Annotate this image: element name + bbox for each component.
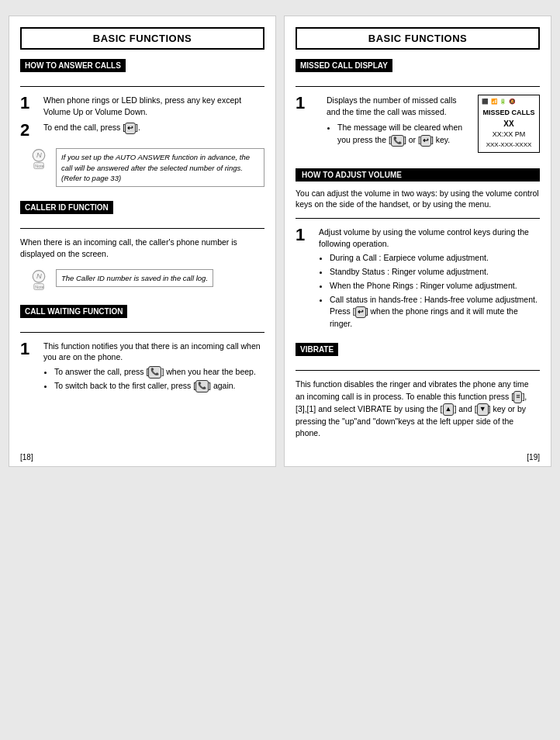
vibrate-header: VIBRATE bbox=[296, 343, 338, 356]
display-number: XXX-XXX-XXXX bbox=[482, 140, 536, 150]
section-how-to-answer: HOW TO ANSWER CALLS 1 When phone rings o… bbox=[20, 59, 264, 190]
adjust-volume-content: Adjust volume by using the volume contro… bbox=[319, 226, 540, 332]
adjust-volume-step-text: Adjust volume by using the volume contro… bbox=[319, 226, 540, 249]
note-icon-answer: N Note bbox=[28, 148, 50, 170]
call-waiting-header: CALL WAITING FUNCTION bbox=[20, 305, 127, 318]
right-page-title: BASIC FUNCTIONS bbox=[296, 27, 540, 50]
step-1-row: 1 When phone rings or LED blinks, press … bbox=[20, 95, 264, 117]
step-1-num: 1 bbox=[20, 95, 37, 112]
missed-step-num: 1 bbox=[296, 95, 313, 112]
adjust-volume-header: HOW TO ADJUST VOLUME bbox=[296, 168, 540, 182]
phone-display: ⬛ 📶 🔋 🔕 MISSED CALLS XX XX:XX PM XXX-XXX… bbox=[478, 95, 540, 153]
display-time: XX:XX PM bbox=[482, 130, 536, 140]
caller-id-header: CALLER ID FUNCTION bbox=[20, 201, 113, 214]
vibrate-menu-icon: ≡ bbox=[513, 391, 522, 403]
answer-note-text: If you set up the AUTO ANSWER function i… bbox=[56, 148, 264, 187]
answer-call-icon: 📞 bbox=[148, 366, 161, 379]
step-1-text: When phone rings or LED blinks, press an… bbox=[43, 95, 264, 117]
clear-msg-icon1: 📞 bbox=[391, 135, 404, 147]
svg-text:N: N bbox=[36, 152, 42, 160]
caller-id-note-text: The Caller ID number is saved in the cal… bbox=[56, 269, 213, 287]
end-call-icon: ↩ bbox=[125, 123, 136, 134]
missed-call-step-text: Displays the number of missed calls and … bbox=[327, 95, 470, 117]
adjust-volume-step-row: 1 Adjust volume by using the volume cont… bbox=[296, 226, 540, 332]
missed-call-header: MISSED CALL DISPLAY bbox=[296, 59, 392, 72]
call-waiting-step-num: 1 bbox=[20, 341, 37, 358]
vibrate-down-icon: ▼ bbox=[477, 403, 489, 416]
adjust-volume-bullets: During a Call : Earpiece volume adjustme… bbox=[330, 252, 540, 330]
how-to-answer-header: HOW TO ANSWER CALLS bbox=[20, 59, 126, 72]
vibrate-text: This function disables the ringer and vi… bbox=[296, 379, 540, 440]
right-page: BASIC FUNCTIONS MISSED CALL DISPLAY 1 Di… bbox=[284, 16, 551, 467]
display-count: XX bbox=[482, 118, 536, 130]
missed-call-bullets: The message will be cleared when you pre… bbox=[337, 122, 470, 147]
pages-container: BASIC FUNCTIONS HOW TO ANSWER CALLS 1 Wh… bbox=[9, 16, 551, 467]
section-caller-id: CALLER ID FUNCTION When there is an inco… bbox=[20, 201, 264, 293]
right-page-footer: [19] bbox=[527, 453, 540, 462]
switch-call-icon: 📞 bbox=[195, 380, 209, 392]
answer-note-box: N Note If you set up the AUTO ANSWER fun… bbox=[28, 145, 264, 190]
missed-call-step: 1 Displays the number of missed calls an… bbox=[296, 95, 540, 157]
vibrate-up-icon: ▲ bbox=[443, 403, 455, 416]
note-icon-caller: N Note bbox=[28, 269, 50, 291]
display-top-icons: ⬛ 📶 🔋 🔕 bbox=[482, 98, 536, 106]
section-adjust-volume: HOW TO ADJUST VOLUME You can adjust the … bbox=[296, 168, 540, 332]
call-waiting-step-text: This function notifies you that there is… bbox=[43, 341, 264, 363]
step-2-text: To end the call, press [↩]. bbox=[43, 122, 264, 134]
caller-id-note-box: N Note The Caller ID number is saved in … bbox=[28, 266, 264, 294]
left-page-title: BASIC FUNCTIONS bbox=[20, 27, 264, 50]
volume-bullet-3: When the Phone Rings : Ringer volume adj… bbox=[330, 280, 540, 292]
caller-id-body: When there is an incoming call, the call… bbox=[20, 237, 264, 259]
missed-call-body: Displays the number of missed calls and … bbox=[327, 95, 470, 148]
display-missed-label: MISSED CALLS bbox=[482, 108, 536, 119]
left-page-footer: [18] bbox=[20, 453, 33, 462]
adjust-volume-step-num: 1 bbox=[296, 226, 313, 244]
svg-text:Note: Note bbox=[35, 285, 44, 289]
step-2-row: 2 To end the call, press [↩]. bbox=[20, 122, 264, 139]
call-waiting-bullets: To answer the call, press [📞] when you h… bbox=[54, 366, 264, 392]
mute-icon: ↩ bbox=[355, 306, 366, 319]
volume-bullet-2: Standby Status : Ringer volume adjustmen… bbox=[330, 266, 540, 278]
volume-bullet-4: Call status in hands-free : Hands-free v… bbox=[330, 294, 540, 330]
volume-bullet-1: During a Call : Earpiece volume adjustme… bbox=[330, 252, 540, 265]
clear-msg-icon2: ↩ bbox=[420, 135, 431, 147]
call-waiting-bullet-1: To answer the call, press [📞] when you h… bbox=[54, 366, 264, 379]
call-waiting-content: This function notifies you that there is… bbox=[43, 341, 264, 394]
step-2-num: 2 bbox=[20, 122, 37, 139]
call-waiting-step-row: 1 This function notifies you that there … bbox=[20, 341, 264, 394]
left-page: BASIC FUNCTIONS HOW TO ANSWER CALLS 1 Wh… bbox=[9, 16, 276, 467]
svg-text:N: N bbox=[36, 272, 42, 280]
adjust-volume-intro: You can adjust the volume in two ways: b… bbox=[296, 188, 540, 210]
call-waiting-bullet-2: To switch back to the first caller, pres… bbox=[54, 380, 264, 392]
section-missed-call: MISSED CALL DISPLAY 1 Displays the numbe… bbox=[296, 59, 540, 157]
section-call-waiting: CALL WAITING FUNCTION 1 This function no… bbox=[20, 305, 264, 394]
missed-call-bullet: The message will be cleared when you pre… bbox=[337, 122, 470, 147]
section-vibrate: VIBRATE This function disables the ringe… bbox=[296, 343, 540, 440]
svg-text:Note: Note bbox=[35, 164, 44, 168]
